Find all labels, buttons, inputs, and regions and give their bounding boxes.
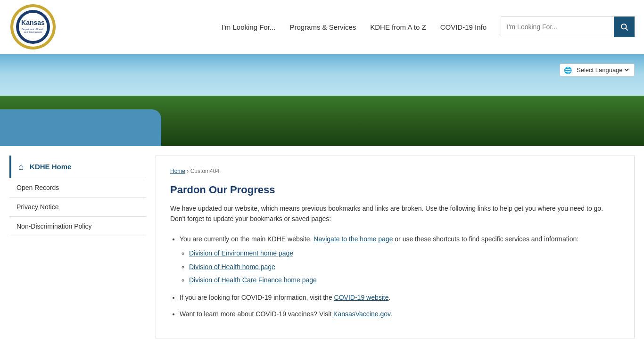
nav-programs-services[interactable]: Programs & Services [289,23,356,31]
breadcrumb-home[interactable]: Home [170,168,185,174]
logo-area: Kansas Department of Health and Environm… [9,3,57,50]
content-intro: We have updated our website, which means… [170,203,620,224]
sidebar-kdhe-home[interactable]: ⌂ KDHE Home [9,156,146,178]
main-container: ⌂ KDHE Home Open Records Privacy Notice … [0,146,644,357]
search-area [501,16,635,37]
sub-item-health: Division of Health home page [189,262,620,272]
search-icon [620,23,628,31]
list-item-2-text-after: . [389,294,391,301]
nav-covid-info[interactable]: COVID-19 Info [440,23,487,31]
division-health-care-link[interactable]: Division of Health Care Finance home pag… [189,276,317,284]
hero-water [0,109,161,146]
list-item-3: Want to learn more about COVID-19 vaccin… [180,309,620,319]
main-nav: I'm Looking For... Programs & Services K… [222,23,487,31]
sidebar-item-open-records[interactable]: Open Records [9,178,146,197]
kansas-vaccine-link[interactable]: KansasVaccine.gov [333,310,390,318]
list-item-1: You are currently on the main KDHE websi… [180,234,620,286]
list-item-3-text-after: . [390,310,392,318]
list-item-1-text-before: You are currently on the main KDHE websi… [180,235,314,243]
list-item-3-text-before: Want to learn more about COVID-19 vaccin… [180,310,333,318]
sidebar-item-non-discrimination[interactable]: Non-Discrimination Policy [9,217,146,236]
list-item-2: If you are looking for COVID-19 informat… [180,292,620,303]
sub-item-environment: Division of Environment home page [189,248,620,258]
search-input[interactable] [501,16,614,37]
sidebar-home-link[interactable]: KDHE Home [30,163,71,171]
content-list: You are currently on the main KDHE websi… [180,234,620,319]
division-health-link[interactable]: Division of Health home page [189,263,275,271]
google-translate-icon: 🌐 [564,66,572,74]
search-button[interactable] [614,16,635,37]
navigate-home-link[interactable]: Navigate to the home page [314,235,393,243]
division-environment-link[interactable]: Division of Environment home page [189,249,293,257]
covid-website-link[interactable]: COVID-19 website [334,294,389,301]
svg-point-10 [53,26,55,28]
svg-point-11 [621,24,627,29]
sub-list-1: Division of Environment home page Divisi… [189,248,620,285]
list-item-2-text-before: If you are looking for COVID-19 informat… [180,294,334,301]
logo-svg: Kansas Department of Health and Environm… [9,3,57,50]
svg-point-7 [32,5,34,7]
sidebar-divider-4 [9,236,146,236]
svg-text:Kansas: Kansas [21,19,45,26]
sidebar: ⌂ KDHE Home Open Records Privacy Notice … [9,156,146,338]
site-header: Kansas Department of Health and Environm… [0,0,644,54]
house-icon: ⌂ [18,161,24,172]
nav-looking-for[interactable]: I'm Looking For... [222,23,276,31]
svg-text:and Environment: and Environment [24,31,42,33]
nav-kdhe-a-to-z[interactable]: KDHE from A to Z [370,23,426,31]
sub-item-health-care-finance: Division of Health Care Finance home pag… [189,275,620,285]
svg-point-3 [19,13,47,41]
breadcrumb: Home › Custom404 [170,168,620,174]
list-item-1-text-after: or use these shortcuts to find specific … [393,235,578,243]
sidebar-item-privacy-notice[interactable]: Privacy Notice [9,197,146,216]
kdhe-logo: Kansas Department of Health and Environm… [9,3,57,50]
language-dropdown[interactable]: Select Language English Spanish French [575,66,630,74]
page-title: Pardon Our Progress [170,184,620,196]
svg-line-12 [626,28,627,30]
svg-point-8 [32,47,34,49]
breadcrumb-current: Custom404 [190,168,219,174]
hero-banner: 🌐 Select Language English Spanish French [0,54,644,146]
svg-point-9 [11,26,13,28]
breadcrumb-separator: › [187,168,189,174]
main-content: Home › Custom404 Pardon Our Progress We … [156,156,635,338]
language-selector: 🌐 Select Language English Spanish French [560,64,635,76]
